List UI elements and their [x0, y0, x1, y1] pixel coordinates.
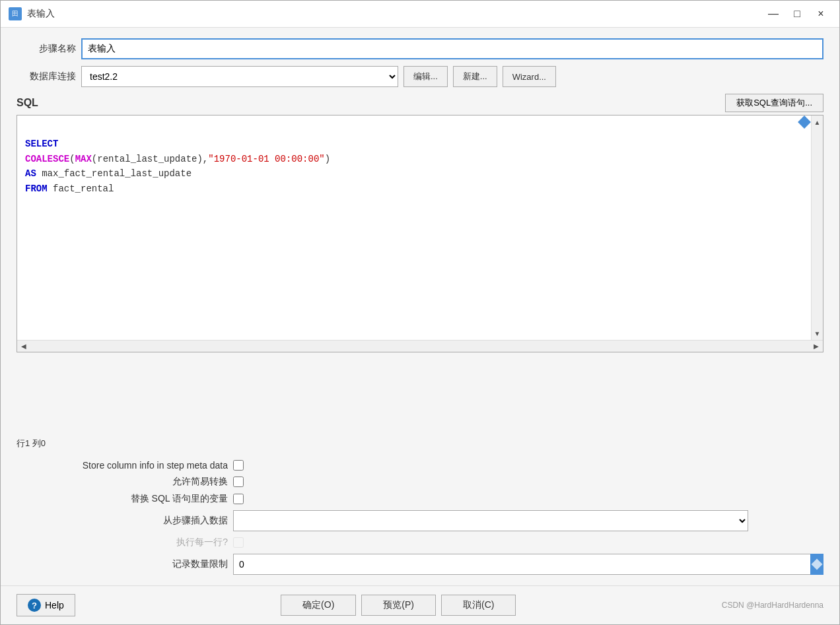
step-name-input[interactable] — [81, 38, 823, 59]
main-window: 田 表输入 — □ × 步骤名称 数据库连接 test2.2 编辑... 新建.… — [0, 0, 840, 625]
allow-simple-checkbox[interactable] — [233, 477, 244, 487]
store-column-checkbox[interactable] — [233, 460, 244, 471]
sql-vertical-scrollbar[interactable]: ▲ ▼ — [811, 115, 823, 340]
sql-as-keyword: AS — [25, 168, 36, 179]
db-connection-row: 数据库连接 test2.2 编辑... 新建... Wizard... — [17, 66, 823, 87]
title-bar-controls: — □ × — [763, 5, 831, 23]
window-icon: 田 — [9, 7, 22, 20]
help-icon: ? — [28, 599, 41, 612]
status-bar: 行1 列0 — [17, 436, 823, 451]
insert-step-label: 从步骤插入数据 — [17, 515, 228, 527]
allow-simple-label: 允许简易转换 — [17, 476, 228, 488]
sql-diamond-icon — [798, 115, 811, 129]
diamond-shape — [798, 115, 811, 129]
insert-step-select[interactable] — [233, 510, 748, 531]
record-limit-diamond-button[interactable] — [810, 554, 823, 575]
sql-alias: max_fact_rental_last_update — [36, 168, 192, 179]
sql-header: SQL 获取SQL查询语句... — [17, 94, 823, 112]
footer-left: ? Help — [17, 594, 75, 616]
help-button[interactable]: ? Help — [17, 594, 75, 616]
status-text: 行1 列0 — [17, 438, 46, 448]
new-button[interactable]: 新建... — [453, 66, 497, 87]
execute-each-label: 执行每一行? — [17, 537, 228, 548]
store-column-row: Store column info in step meta data — [17, 460, 823, 471]
window-title: 表输入 — [27, 8, 55, 20]
allow-simple-row: 允许简易转换 — [17, 476, 823, 488]
cancel-button[interactable]: 取消(C) — [441, 595, 516, 616]
sql-open-paren: ( — [69, 154, 75, 164]
get-sql-button[interactable]: 获取SQL查询语句... — [725, 94, 823, 112]
scroll-down-arrow[interactable]: ▼ — [812, 328, 823, 339]
sql-max-keyword: MAX — [75, 154, 92, 164]
step-name-row: 步骤名称 — [17, 38, 823, 59]
insert-step-row: 从步骤插入数据 — [17, 510, 823, 531]
close-button[interactable]: × — [810, 5, 831, 23]
watermark: CSDN @HardHardHardenna — [722, 601, 823, 610]
maximize-button[interactable]: □ — [787, 5, 808, 23]
sql-select-keyword: SELECT — [25, 139, 58, 149]
scroll-left-arrow[interactable]: ◀ — [18, 341, 29, 352]
step-name-label: 步骤名称 — [17, 43, 76, 55]
sql-max-args: (rental_last_update), — [92, 154, 208, 164]
sql-horizontal-scrollbar[interactable]: ◀ ▶ — [17, 340, 823, 352]
scroll-up-arrow[interactable]: ▲ — [812, 117, 823, 127]
footer-center: 确定(O) 预览(P) 取消(C) — [281, 595, 516, 616]
record-limit-label: 记录数量限制 — [17, 558, 228, 570]
sql-string-value: "1970-01-01 00:00:00" — [208, 154, 324, 164]
sql-from-keyword: FROM — [25, 183, 48, 194]
replace-sql-label: 替换 SQL 语句里的变量 — [17, 493, 228, 505]
minimize-button[interactable]: — — [763, 5, 784, 23]
db-connection-select[interactable]: test2.2 — [81, 66, 398, 87]
db-connection-label: 数据库连接 — [17, 71, 76, 82]
sql-coalesce-keyword: COALESCE — [25, 154, 69, 164]
record-limit-input-wrapper — [233, 554, 823, 575]
execute-each-checkbox — [233, 537, 244, 548]
content-area: 步骤名称 数据库连接 test2.2 编辑... 新建... Wizard...… — [1, 28, 839, 585]
sql-editor-wrapper: SELECT COALESCE(MAX(rental_last_update),… — [17, 115, 823, 352]
record-limit-input[interactable] — [233, 554, 823, 575]
sql-table: fact_rental — [48, 183, 114, 194]
execute-each-row: 执行每一行? — [17, 537, 823, 548]
sql-close-paren: ) — [325, 154, 330, 164]
sql-section: SQL 获取SQL查询语句... SELECT COALESCE(MAX(ren… — [17, 94, 823, 430]
replace-sql-row: 替换 SQL 语句里的变量 — [17, 493, 823, 505]
edit-button[interactable]: 编辑... — [403, 66, 448, 87]
replace-sql-checkbox[interactable] — [233, 494, 244, 504]
scroll-right-arrow[interactable]: ▶ — [811, 341, 822, 352]
sql-label: SQL — [17, 97, 38, 109]
record-diamond-inner — [812, 559, 823, 570]
sql-editor[interactable]: SELECT COALESCE(MAX(rental_last_update),… — [17, 115, 823, 340]
title-bar: 田 表输入 — □ × — [1, 1, 839, 28]
store-column-label: Store column info in step meta data — [17, 460, 228, 471]
record-limit-row: 记录数量限制 — [17, 554, 823, 575]
help-label: Help — [45, 600, 64, 610]
footer: ? Help 确定(O) 预览(P) 取消(C) CSDN @HardHardH… — [1, 585, 839, 624]
options-section: Store column info in step meta data 允许简易… — [17, 460, 823, 575]
wizard-button[interactable]: Wizard... — [503, 66, 556, 87]
ok-button[interactable]: 确定(O) — [281, 595, 356, 616]
title-bar-left: 田 表输入 — [9, 7, 55, 20]
preview-button[interactable]: 预览(P) — [361, 595, 436, 616]
